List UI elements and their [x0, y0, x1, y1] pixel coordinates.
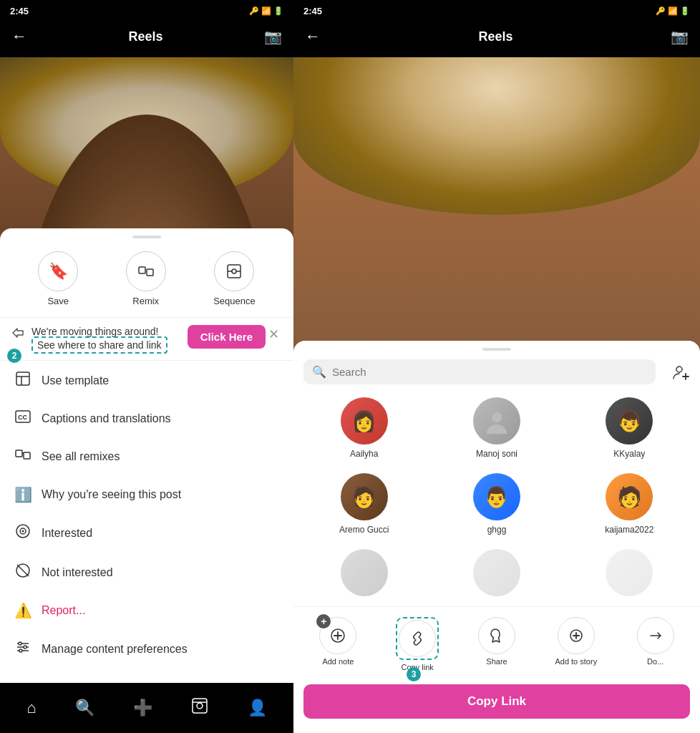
contact-name-kkyalay: KKyalay [613, 449, 645, 459]
add-note-label: Add note [322, 657, 354, 666]
contact-name-ghgg: ghgg [487, 525, 507, 535]
status-bar-right: 2:45 🔑 📶 🔋 [293, 0, 700, 21]
wifi-icon: 📶 [261, 6, 271, 16]
svg-point-25 [19, 649, 22, 652]
svg-point-3 [232, 269, 236, 273]
contact-kkyalay[interactable]: 👦 KKyalay [565, 392, 694, 465]
nav-add[interactable]: ➕ [133, 699, 152, 717]
svg-rect-12 [16, 450, 22, 457]
banner-nav-icon [11, 326, 24, 342]
battery-icon: 🔋 [273, 6, 283, 16]
share-icon-circle [478, 617, 515, 654]
moving-banner: We're moving things around! See where to… [0, 318, 293, 361]
key-icon-right: 🔑 [656, 6, 666, 16]
manage-prefs-label: Manage content preferences [42, 643, 188, 656]
menu-item-not-interested[interactable]: Not interested [0, 553, 293, 592]
camera-button-right[interactable]: 📷 [671, 28, 689, 45]
captions-label: Captions and translations [42, 412, 171, 425]
banner-close-button[interactable]: ✕ [266, 325, 282, 344]
reels-title-left: Reels [128, 29, 162, 44]
avatar-partial-2 [473, 549, 520, 596]
sequence-icon-circle [214, 251, 254, 291]
save-label: Save [47, 296, 69, 306]
status-bar-left: 2:45 🔑 📶 🔋 [0, 0, 293, 21]
menu-list: Use template CC Captions and translation… [0, 361, 293, 669]
menu-item-see-remixes[interactable]: See all remixes [0, 437, 293, 476]
nav-home[interactable]: ⌂ [26, 699, 36, 717]
not-interested-icon [14, 563, 31, 582]
save-action[interactable]: 🔖 Save [38, 251, 78, 306]
wifi-icon-right: 📶 [668, 6, 678, 16]
contact-manoj[interactable]: Manoj soni [432, 392, 561, 465]
search-input[interactable] [332, 366, 647, 378]
share-action[interactable]: Share [458, 613, 536, 676]
reels-title-right: Reels [478, 29, 512, 44]
svg-line-19 [17, 565, 29, 576]
manage-prefs-icon [14, 639, 31, 659]
add-note-action[interactable]: + Add note [299, 613, 377, 676]
contacts-grid: 👩 Aailyha Manoj soni 👦 [293, 392, 700, 606]
reels-nav-icon [191, 697, 208, 719]
left-panel: 2:45 🔑 📶 🔋 ← Reels 📷 🔖 Save [0, 0, 293, 733]
nav-reels[interactable] [191, 697, 208, 719]
svg-point-32 [492, 412, 502, 422]
avatar-partial-3 [606, 549, 653, 596]
copy-link-dashed-border [396, 617, 439, 660]
avatar-kkyalay: 👦 [606, 397, 653, 445]
copy-link-action[interactable]: Copy link [379, 613, 457, 676]
menu-item-use-template[interactable]: Use template [0, 361, 293, 400]
contact-aailyha[interactable]: 👩 Aailyha [299, 392, 429, 465]
more-action[interactable]: Do... [616, 613, 694, 676]
contact-kaijama[interactable]: 🧑 kaijama2022 [565, 467, 694, 540]
contact-partial-1[interactable] [299, 543, 429, 606]
contact-partial-2[interactable] [432, 543, 561, 606]
back-button-right[interactable]: ← [305, 27, 321, 46]
avatar-kaijama: 🧑 [606, 473, 653, 520]
captions-icon: CC [14, 410, 31, 427]
contact-name-kaijama: kaijama2022 [605, 525, 653, 535]
more-icon-circle [637, 617, 674, 654]
svg-point-27 [197, 703, 203, 709]
camera-button-left[interactable]: 📷 [264, 28, 282, 45]
sequence-label: Sequence [213, 296, 256, 306]
avatar-aailyha: 👩 [341, 397, 388, 445]
menu-item-report[interactable]: ⚠️ Report... [0, 592, 293, 629]
contact-name-manoj: Manoj soni [476, 449, 517, 459]
menu-item-manage-prefs[interactable]: Manage content preferences [0, 629, 293, 669]
silhouette-manoj [473, 397, 520, 445]
add-to-story-action[interactable]: Add to story [537, 613, 615, 676]
home-icon: ⌂ [26, 699, 36, 717]
banner-line2: See where to share and link [31, 339, 167, 353]
contact-aremo[interactable]: 🧑 Aremo Gucci [299, 467, 429, 540]
copy-link-big-button[interactable]: Copy Link [303, 684, 690, 719]
reels-header-left: ← Reels 📷 [0, 21, 293, 52]
banner-text: We're moving things around! See where to… [31, 325, 167, 353]
add-friend-button[interactable] [671, 363, 690, 386]
share-search-bar[interactable]: 🔍 [303, 359, 656, 384]
interested-icon [14, 523, 31, 543]
contact-partial-3[interactable] [565, 543, 694, 606]
back-button-left[interactable]: ← [11, 27, 27, 46]
menu-item-why-seeing[interactable]: ℹ️ Why you're seeing this post [0, 476, 293, 513]
click-here-button[interactable]: Click Here [188, 325, 266, 349]
svg-point-17 [22, 530, 24, 533]
bowl-image-right [293, 57, 700, 215]
menu-item-captions[interactable]: CC Captions and translations [0, 400, 293, 437]
add-icon: ➕ [133, 699, 152, 717]
sequence-action[interactable]: Sequence [213, 251, 256, 306]
add-to-story-label: Add to story [555, 657, 597, 666]
time-right: 2:45 [303, 6, 322, 16]
avatar-partial-1 [341, 549, 388, 596]
svg-point-29 [676, 366, 682, 372]
banner-link[interactable]: See where to share and link [31, 336, 167, 354]
nav-search[interactable]: 🔍 [75, 699, 94, 717]
search-nav-icon: 🔍 [75, 699, 94, 717]
menu-item-interested[interactable]: Interested [0, 513, 293, 553]
contact-ghgg[interactable]: 👨 ghgg [432, 467, 561, 540]
remix-action[interactable]: Remix [126, 251, 166, 306]
nav-profile[interactable]: 👤 [248, 699, 267, 717]
svg-rect-26 [193, 699, 207, 713]
svg-point-23 [19, 642, 21, 645]
share-sheet: 🔍 👩 Aailyha [293, 341, 700, 733]
see-remixes-icon [14, 447, 31, 466]
